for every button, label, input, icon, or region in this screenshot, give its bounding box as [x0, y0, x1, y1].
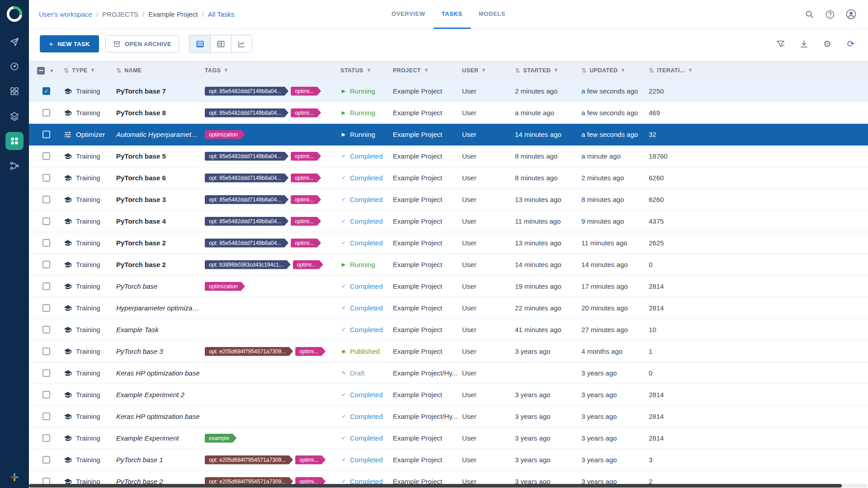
tag[interactable]: opt: 85e5482ddd7149b8a04... — [205, 108, 288, 117]
tag[interactable]: opt: 85e5482ddd7149b8a04... — [205, 152, 288, 161]
row-checkbox[interactable] — [42, 87, 50, 95]
tag[interactable]: optimi... — [295, 347, 326, 356]
column-header-name[interactable]: ⇅ NAME — [116, 67, 205, 74]
applications-icon[interactable] — [5, 132, 24, 150]
table-row[interactable]: Training Hyperparameter optimizati... ✓ … — [29, 297, 868, 319]
row-checkbox[interactable] — [42, 413, 50, 420]
sort-icon[interactable]: ⇅ — [64, 67, 69, 74]
task-name[interactable]: Keras HP optimization base — [116, 413, 205, 420]
table-row[interactable]: Training PyTorch base 7 opt: 85e5482ddd7… — [29, 80, 868, 102]
table-row[interactable]: Training PyTorch base 2 opt: b3896b0363c… — [29, 254, 868, 276]
breadcrumb-workspace[interactable]: User's workspace — [39, 10, 92, 18]
tag[interactable]: optimi... — [293, 260, 323, 269]
sort-icon[interactable]: ⇅ — [649, 67, 654, 74]
task-name[interactable]: PyTorch base 2 — [116, 239, 205, 247]
task-name[interactable]: Automatic Hyperparamete... — [116, 131, 205, 138]
table-row[interactable]: Training Example Task ✓ Completed Exampl… — [29, 319, 868, 341]
tag[interactable]: opt: 85e5482ddd7149b8a04... — [205, 217, 288, 226]
tag[interactable]: opt: 85e5482ddd7149b8a04... — [205, 195, 288, 204]
pipelines-icon[interactable] — [5, 157, 24, 175]
tag[interactable]: optimi... — [295, 455, 326, 465]
tag[interactable]: opt: 85e5482ddd7149b8a04... — [205, 174, 288, 183]
column-header-updated[interactable]: ⇅ UPDATED — [581, 67, 649, 74]
task-name[interactable]: Example Experiment — [116, 434, 205, 442]
tag[interactable]: optimi... — [291, 239, 321, 248]
selection-menu-caret-icon[interactable]: ▾ — [51, 68, 53, 74]
projects-grid-icon[interactable] — [5, 82, 24, 100]
row-checkbox[interactable] — [42, 196, 50, 203]
horizontal-scrollbar[interactable] — [29, 484, 867, 488]
table-row[interactable]: Training PyTorch base 3 opt: 85e5482ddd7… — [29, 189, 868, 211]
row-checkbox[interactable] — [42, 109, 50, 117]
settings-gear-icon[interactable]: ⚙ — [822, 38, 833, 49]
row-checkbox[interactable] — [42, 239, 50, 247]
table-row[interactable]: Training PyTorch base 5 opt: 85e5482ddd7… — [29, 145, 868, 167]
tab-tasks[interactable]: TASKS — [434, 0, 471, 29]
row-checkbox[interactable] — [42, 261, 50, 268]
task-name[interactable]: Hyperparameter optimizati... — [116, 304, 205, 312]
tag[interactable]: opt: e205d684f7954571a7309... — [205, 455, 293, 465]
row-checkbox[interactable] — [42, 174, 50, 182]
task-name[interactable]: Example Experiment 2 — [116, 391, 205, 399]
table-row[interactable]: Training PyTorch base optimization ✓ Com… — [29, 276, 868, 297]
filter-funnel-icon[interactable] — [620, 68, 626, 73]
split-view-icon[interactable] — [210, 35, 231, 52]
table-row[interactable]: Training Keras HP optimization base ✎ Dr… — [29, 362, 868, 384]
row-checkbox[interactable] — [42, 456, 50, 464]
tag[interactable]: optimi... — [291, 217, 321, 226]
row-checkbox[interactable] — [42, 304, 50, 312]
filter-funnel-icon[interactable] — [688, 68, 693, 73]
task-name[interactable]: PyTorch base 5 — [116, 152, 205, 160]
table-row[interactable]: Optimizer Automatic Hyperparamete... opt… — [29, 124, 868, 145]
breadcrumb-project[interactable]: Example Project — [148, 10, 198, 18]
row-checkbox[interactable] — [42, 347, 50, 355]
row-checkbox[interactable] — [42, 391, 50, 399]
tag[interactable]: example — [205, 434, 236, 443]
download-icon[interactable] — [798, 38, 809, 49]
column-header-type[interactable]: ⇅ TYPE — [64, 67, 116, 74]
help-icon[interactable] — [821, 5, 839, 23]
task-name[interactable]: PyTorch base 6 — [116, 174, 205, 182]
column-header-user[interactable]: USER — [462, 67, 515, 74]
filter-funnel-icon[interactable] — [481, 68, 486, 73]
table-row[interactable]: Training PyTorch base 2 opt: 85e5482ddd7… — [29, 232, 868, 254]
scrollbar-thumb[interactable] — [29, 484, 842, 488]
tag[interactable]: optimi... — [291, 174, 321, 183]
clearml-logo[interactable] — [5, 5, 24, 23]
task-name[interactable]: PyTorch base 3 — [116, 196, 205, 203]
new-task-button[interactable]: + NEW TASK — [40, 35, 99, 52]
task-name[interactable]: Example Task — [116, 326, 205, 333]
task-name[interactable]: PyTorch base — [116, 282, 205, 290]
dashboard-icon[interactable] — [5, 57, 24, 75]
sort-icon[interactable]: ⇅ — [116, 67, 122, 74]
datasets-layers-icon[interactable] — [5, 107, 24, 125]
table-row[interactable]: Training Keras HP optimization base ✓ Co… — [29, 406, 868, 427]
tag[interactable]: opt: 85e5482ddd7149b8a04... — [205, 87, 288, 96]
filter-funnel-icon[interactable] — [90, 68, 95, 73]
column-header-tags[interactable]: TAGS — [205, 67, 340, 74]
breadcrumb-all-tasks[interactable]: All Tasks — [208, 10, 235, 18]
column-header-project[interactable]: PROJECT — [393, 67, 462, 74]
tag[interactable]: opt: 85e5482ddd7149b8a04... — [205, 239, 288, 248]
table-row[interactable]: Training Example Experiment example ✓ Co… — [29, 427, 868, 449]
tag[interactable]: opt: e205d684f7954571a7309... — [205, 347, 293, 356]
row-checkbox[interactable] — [42, 152, 50, 160]
tab-overview[interactable]: OVERVIEW — [383, 0, 434, 29]
chart-view-icon[interactable] — [231, 35, 252, 52]
table-row[interactable]: Training PyTorch base 6 opt: 85e5482ddd7… — [29, 167, 868, 189]
tag[interactable]: optimi... — [291, 195, 321, 204]
select-all-checkbox[interactable] — [37, 67, 45, 75]
tab-models[interactable]: MODELS — [471, 0, 514, 29]
row-checkbox[interactable] — [42, 282, 50, 290]
task-name[interactable]: PyTorch base 1 — [116, 456, 205, 464]
tag[interactable]: opt: b3896b0363cd43c194c1... — [205, 260, 291, 269]
tag[interactable]: optimi... — [291, 152, 321, 161]
sort-icon[interactable]: ⇅ — [515, 67, 520, 74]
tag[interactable]: optimi... — [291, 87, 321, 96]
row-checkbox[interactable] — [42, 369, 50, 377]
row-checkbox[interactable] — [42, 434, 50, 442]
task-name[interactable]: PyTorch base 3 — [116, 347, 205, 355]
tag[interactable]: optimization — [205, 130, 245, 139]
tag[interactable]: optimi... — [291, 108, 321, 117]
paper-plane-icon[interactable] — [5, 33, 24, 51]
